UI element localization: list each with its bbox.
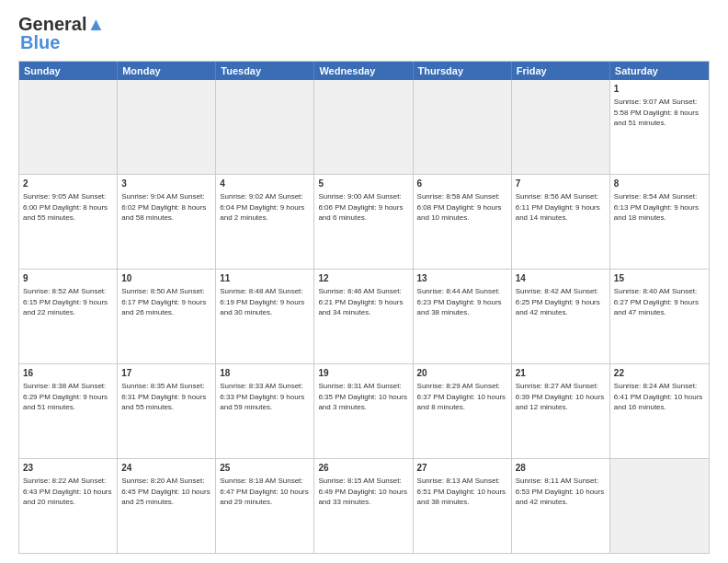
day-number: 2 xyxy=(23,178,113,190)
day-info: Sunrise: 8:48 AM Sunset: 6:19 PM Dayligh… xyxy=(220,286,310,318)
day-number: 9 xyxy=(23,272,113,285)
logo-blue: Blue xyxy=(20,33,60,52)
day-info: Sunrise: 9:05 AM Sunset: 6:00 PM Dayligh… xyxy=(23,191,113,224)
day-number: 13 xyxy=(417,272,507,285)
day-info: Sunrise: 8:18 AM Sunset: 6:47 PM Dayligh… xyxy=(220,476,310,508)
calendar-cell: 10Sunrise: 8:50 AM Sunset: 6:17 PM Dayli… xyxy=(118,270,216,363)
calendar-header: SundayMondayTuesdayWednesdayThursdayFrid… xyxy=(19,62,709,80)
day-info: Sunrise: 9:00 AM Sunset: 6:06 PM Dayligh… xyxy=(318,191,408,224)
cal-header-day: Saturday xyxy=(610,62,709,80)
day-number: 11 xyxy=(220,272,310,285)
day-number: 1 xyxy=(614,83,705,96)
day-info: Sunrise: 9:07 AM Sunset: 5:58 PM Dayligh… xyxy=(614,97,705,129)
calendar-row: 2Sunrise: 9:05 AM Sunset: 6:00 PM Daylig… xyxy=(19,174,709,269)
day-info: Sunrise: 8:35 AM Sunset: 6:31 PM Dayligh… xyxy=(121,381,211,413)
calendar-cell xyxy=(118,80,216,174)
calendar-body: 1Sunrise: 9:07 AM Sunset: 5:58 PM Daylig… xyxy=(19,80,709,553)
day-number: 8 xyxy=(614,178,705,190)
day-info: Sunrise: 8:50 AM Sunset: 6:17 PM Dayligh… xyxy=(121,286,211,318)
day-info: Sunrise: 8:22 AM Sunset: 6:43 PM Dayligh… xyxy=(23,476,113,508)
day-number: 27 xyxy=(417,462,507,475)
cal-header-day: Tuesday xyxy=(216,62,314,80)
calendar-cell: 21Sunrise: 8:27 AM Sunset: 6:39 PM Dayli… xyxy=(512,364,610,458)
day-number: 23 xyxy=(23,462,113,475)
calendar-cell: 14Sunrise: 8:42 AM Sunset: 6:25 PM Dayli… xyxy=(512,270,610,363)
calendar-cell: 22Sunrise: 8:24 AM Sunset: 6:41 PM Dayli… xyxy=(610,364,709,458)
calendar-row: 16Sunrise: 8:38 AM Sunset: 6:29 PM Dayli… xyxy=(19,363,709,458)
calendar-cell: 3Sunrise: 9:04 AM Sunset: 6:02 PM Daylig… xyxy=(118,175,216,269)
calendar: SundayMondayTuesdayWednesdayThursdayFrid… xyxy=(18,61,710,554)
calendar-cell: 25Sunrise: 8:18 AM Sunset: 6:47 PM Dayli… xyxy=(216,459,314,553)
day-number: 6 xyxy=(417,178,507,190)
day-number: 14 xyxy=(516,272,606,285)
cal-header-day: Monday xyxy=(118,62,216,80)
calendar-cell xyxy=(314,80,413,174)
day-info: Sunrise: 8:42 AM Sunset: 6:25 PM Dayligh… xyxy=(516,286,606,318)
day-number: 19 xyxy=(318,367,408,380)
cal-header-day: Friday xyxy=(512,62,610,80)
day-info: Sunrise: 8:52 AM Sunset: 6:15 PM Dayligh… xyxy=(23,286,113,318)
day-info: Sunrise: 8:40 AM Sunset: 6:27 PM Dayligh… xyxy=(614,286,705,318)
calendar-cell: 13Sunrise: 8:44 AM Sunset: 6:23 PM Dayli… xyxy=(414,270,512,363)
day-number: 5 xyxy=(318,178,408,190)
day-number: 24 xyxy=(121,462,211,475)
day-number: 21 xyxy=(516,367,606,380)
day-info: Sunrise: 8:13 AM Sunset: 6:51 PM Dayligh… xyxy=(417,476,507,508)
day-info: Sunrise: 8:44 AM Sunset: 6:23 PM Dayligh… xyxy=(417,286,507,318)
calendar-cell: 23Sunrise: 8:22 AM Sunset: 6:43 PM Dayli… xyxy=(19,459,118,553)
logo-general: General▲ xyxy=(18,15,105,33)
calendar-cell: 15Sunrise: 8:40 AM Sunset: 6:27 PM Dayli… xyxy=(610,270,709,363)
day-info: Sunrise: 9:02 AM Sunset: 6:04 PM Dayligh… xyxy=(220,191,310,224)
calendar-cell: 20Sunrise: 8:29 AM Sunset: 6:37 PM Dayli… xyxy=(414,364,512,458)
day-number: 25 xyxy=(220,462,310,475)
day-info: Sunrise: 8:58 AM Sunset: 6:08 PM Dayligh… xyxy=(417,191,507,224)
day-info: Sunrise: 9:04 AM Sunset: 6:02 PM Dayligh… xyxy=(121,191,211,224)
day-number: 22 xyxy=(614,367,705,380)
day-number: 17 xyxy=(121,367,211,380)
calendar-cell xyxy=(512,80,610,174)
cal-header-day: Sunday xyxy=(19,62,118,80)
calendar-cell: 12Sunrise: 8:46 AM Sunset: 6:21 PM Dayli… xyxy=(314,270,413,363)
day-number: 18 xyxy=(220,367,310,380)
day-number: 4 xyxy=(220,178,310,190)
calendar-cell: 7Sunrise: 8:56 AM Sunset: 6:11 PM Daylig… xyxy=(512,175,610,269)
calendar-cell: 18Sunrise: 8:33 AM Sunset: 6:33 PM Dayli… xyxy=(216,364,314,458)
calendar-cell: 1Sunrise: 9:07 AM Sunset: 5:58 PM Daylig… xyxy=(610,80,709,174)
calendar-cell: 8Sunrise: 8:54 AM Sunset: 6:13 PM Daylig… xyxy=(610,175,709,269)
day-number: 12 xyxy=(318,272,408,285)
calendar-cell: 17Sunrise: 8:35 AM Sunset: 6:31 PM Dayli… xyxy=(118,364,216,458)
day-info: Sunrise: 8:29 AM Sunset: 6:37 PM Dayligh… xyxy=(417,381,507,413)
calendar-cell: 27Sunrise: 8:13 AM Sunset: 6:51 PM Dayli… xyxy=(414,459,512,553)
cal-header-day: Wednesday xyxy=(314,62,413,80)
day-info: Sunrise: 8:54 AM Sunset: 6:13 PM Dayligh… xyxy=(614,191,705,224)
calendar-cell: 6Sunrise: 8:58 AM Sunset: 6:08 PM Daylig… xyxy=(414,175,512,269)
header: General▲ Blue xyxy=(18,15,710,52)
day-number: 26 xyxy=(318,462,408,475)
calendar-cell xyxy=(414,80,512,174)
day-info: Sunrise: 8:56 AM Sunset: 6:11 PM Dayligh… xyxy=(516,191,606,224)
page: General▲ Blue SundayMondayTuesdayWednesd… xyxy=(0,0,728,563)
day-info: Sunrise: 8:31 AM Sunset: 6:35 PM Dayligh… xyxy=(318,381,408,413)
calendar-cell: 11Sunrise: 8:48 AM Sunset: 6:19 PM Dayli… xyxy=(216,270,314,363)
day-number: 7 xyxy=(516,178,606,190)
day-info: Sunrise: 8:24 AM Sunset: 6:41 PM Dayligh… xyxy=(614,381,705,413)
calendar-cell xyxy=(216,80,314,174)
day-info: Sunrise: 8:46 AM Sunset: 6:21 PM Dayligh… xyxy=(318,286,408,318)
day-info: Sunrise: 8:33 AM Sunset: 6:33 PM Dayligh… xyxy=(220,381,310,413)
calendar-row: 1Sunrise: 9:07 AM Sunset: 5:58 PM Daylig… xyxy=(19,80,709,174)
day-number: 28 xyxy=(516,462,606,475)
calendar-cell: 2Sunrise: 9:05 AM Sunset: 6:00 PM Daylig… xyxy=(19,175,118,269)
calendar-cell: 9Sunrise: 8:52 AM Sunset: 6:15 PM Daylig… xyxy=(19,270,118,363)
calendar-cell xyxy=(19,80,118,174)
calendar-row: 23Sunrise: 8:22 AM Sunset: 6:43 PM Dayli… xyxy=(19,458,709,553)
calendar-cell: 5Sunrise: 9:00 AM Sunset: 6:06 PM Daylig… xyxy=(314,175,413,269)
calendar-cell: 28Sunrise: 8:11 AM Sunset: 6:53 PM Dayli… xyxy=(512,459,610,553)
day-number: 16 xyxy=(23,367,113,380)
calendar-row: 9Sunrise: 8:52 AM Sunset: 6:15 PM Daylig… xyxy=(19,269,709,363)
day-info: Sunrise: 8:15 AM Sunset: 6:49 PM Dayligh… xyxy=(318,476,408,508)
calendar-cell: 24Sunrise: 8:20 AM Sunset: 6:45 PM Dayli… xyxy=(118,459,216,553)
day-number: 10 xyxy=(121,272,211,285)
day-info: Sunrise: 8:11 AM Sunset: 6:53 PM Dayligh… xyxy=(516,476,606,508)
logo: General▲ Blue xyxy=(18,15,105,52)
calendar-cell: 26Sunrise: 8:15 AM Sunset: 6:49 PM Dayli… xyxy=(314,459,413,553)
